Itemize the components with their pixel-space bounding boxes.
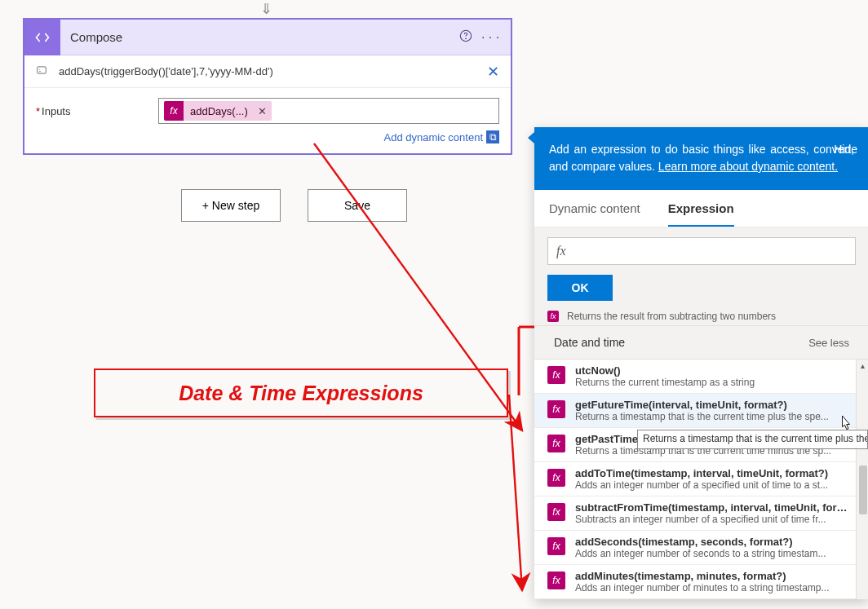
inputs-field[interactable]: fx addDays(...) ✕ xyxy=(158,98,499,124)
svg-point-1 xyxy=(466,38,467,39)
expression-panel: Add an expression to do basic things lik… xyxy=(534,127,868,599)
inputs-row: *Inputs fx addDays(...) ✕ xyxy=(24,88,511,126)
action-buttons: + New step Save xyxy=(181,189,407,222)
scroll-thumb[interactable] xyxy=(859,466,867,514)
function-list-scrollbar[interactable]: ▴ xyxy=(856,360,868,599)
expression-indicator-icon xyxy=(36,64,51,78)
compose-icon xyxy=(24,20,60,55)
category-date-time: Date and time See less xyxy=(534,325,868,360)
compose-header[interactable]: Compose · · · xyxy=(24,20,511,55)
annotation-callout: Date & Time Expressions xyxy=(94,368,508,417)
hide-panel-link[interactable]: Hide xyxy=(834,141,857,158)
func-addtotime[interactable]: fx addToTime(timestamp, interval, timeUn… xyxy=(534,462,868,496)
fx-icon: fx xyxy=(547,400,565,418)
panel-pointer xyxy=(528,132,534,143)
hover-tooltip: Returns a timestamp that is the current … xyxy=(637,430,868,449)
ok-row: OK xyxy=(534,275,868,311)
add-dynamic-content-link[interactable]: Add dynamic content⧉ xyxy=(24,126,511,153)
new-step-button[interactable]: + New step xyxy=(181,189,281,222)
svg-rect-2 xyxy=(38,67,46,73)
expression-input-wrap: fx xyxy=(534,227,868,275)
fx-icon: fx xyxy=(547,537,565,555)
expression-preview-text: addDays(triggerBody()['date'],7,'yyyy-MM… xyxy=(51,65,487,77)
learn-more-link[interactable]: Learn more about dynamic content. xyxy=(658,160,838,173)
expression-input[interactable]: fx xyxy=(547,237,856,265)
plus-icon: ⧉ xyxy=(486,130,499,143)
func-addseconds[interactable]: fx addSeconds(timestamp, seconds, format… xyxy=(534,531,868,565)
fx-icon: fx xyxy=(547,366,565,384)
fx-prefix-icon: fx xyxy=(556,244,566,258)
function-list: fx utcNow()Returns the current timestamp… xyxy=(534,360,868,599)
func-subtractfromtime[interactable]: fx subtractFromTime(timestamp, interval,… xyxy=(534,496,868,531)
expression-token[interactable]: fx addDays(...) ✕ xyxy=(164,101,272,121)
ok-button[interactable]: OK xyxy=(547,275,613,301)
func-addminutes[interactable]: fx addMinutes(timestamp, minutes, format… xyxy=(534,565,868,599)
fx-icon: fx xyxy=(547,571,565,589)
prev-category-tail: fx Returns the result from subtracting t… xyxy=(534,311,868,325)
fx-icon: fx xyxy=(547,469,565,487)
fx-icon: fx xyxy=(164,101,184,121)
fx-icon: fx xyxy=(547,311,559,322)
compose-title: Compose xyxy=(60,30,454,44)
compose-card: Compose · · · addDays(triggerBody()['dat… xyxy=(23,18,512,155)
more-icon[interactable]: · · · xyxy=(478,30,503,45)
expression-text-input[interactable] xyxy=(573,245,847,258)
panel-tabs: Dynamic content Expression xyxy=(534,190,868,227)
inputs-label: *Inputs xyxy=(36,105,158,117)
func-getfuturetime[interactable]: fx getFutureTime(interval, timeUnit, for… xyxy=(534,394,868,428)
cursor-icon xyxy=(839,414,853,435)
save-button[interactable]: Save xyxy=(308,189,407,222)
token-remove-icon[interactable]: ✕ xyxy=(253,105,272,117)
help-icon[interactable] xyxy=(454,29,478,46)
svg-line-4 xyxy=(509,395,522,590)
func-utcnow[interactable]: fx utcNow()Returns the current timestamp… xyxy=(534,360,868,394)
fx-icon: fx xyxy=(547,435,565,452)
token-text: addDays(...) xyxy=(184,105,253,117)
clear-expression-icon[interactable]: ✕ xyxy=(487,63,499,81)
fx-icon: fx xyxy=(547,503,565,521)
connector-arrow-icon: ⇓ xyxy=(260,0,272,18)
tab-expression[interactable]: Expression xyxy=(668,190,734,227)
tab-dynamic-content[interactable]: Dynamic content xyxy=(549,190,640,227)
panel-header: Add an expression to do basic things lik… xyxy=(534,130,868,190)
see-less-link[interactable]: See less xyxy=(808,337,849,349)
expression-preview-row: addDays(triggerBody()['date'],7,'yyyy-MM… xyxy=(24,55,511,88)
scroll-up-icon[interactable]: ▴ xyxy=(857,360,868,373)
